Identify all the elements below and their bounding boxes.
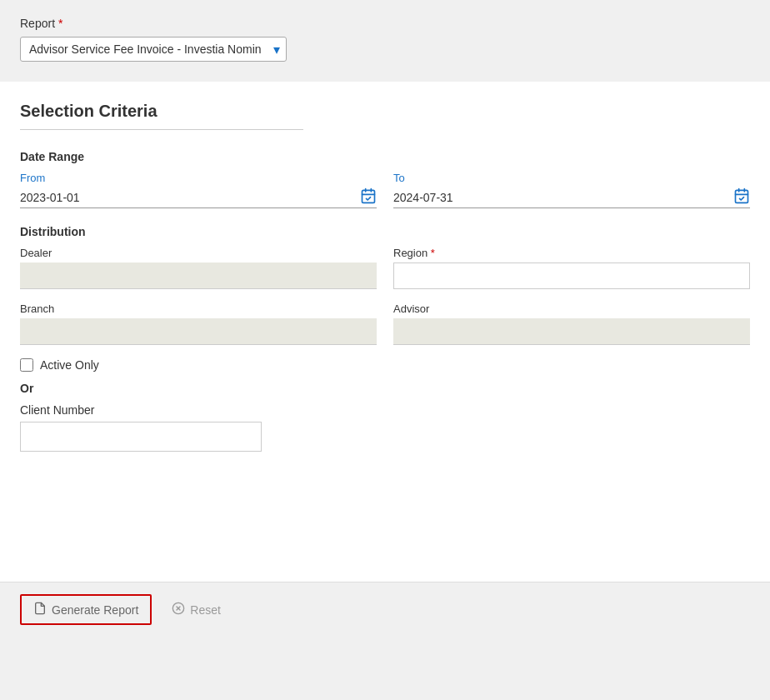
advisor-input[interactable] xyxy=(393,318,750,345)
region-label: Region * xyxy=(393,247,750,259)
svg-rect-0 xyxy=(362,190,375,202)
reset-button[interactable]: Reset xyxy=(168,596,224,623)
region-field-group: Region * xyxy=(393,247,750,289)
title-divider xyxy=(20,129,303,130)
client-number-label: Client Number xyxy=(20,403,750,417)
active-only-label: Active Only xyxy=(40,358,99,372)
advisor-label: Advisor xyxy=(393,302,750,315)
branch-input[interactable] xyxy=(20,318,377,345)
dealer-input[interactable] xyxy=(20,262,377,289)
report-field-label: Report * xyxy=(20,17,750,30)
report-label-text: Report xyxy=(20,17,55,30)
to-field-group: To xyxy=(393,172,750,208)
page-title: Selection Criteria xyxy=(20,102,750,121)
from-label: From xyxy=(20,172,377,184)
report-select-wrapper: Advisor Service Fee Invoice - Investia N… xyxy=(20,37,287,62)
region-required-star: * xyxy=(431,247,435,259)
report-select[interactable]: Advisor Service Fee Invoice - Investia N… xyxy=(20,37,287,62)
generate-report-label: Generate Report xyxy=(52,603,138,617)
circle-x-icon xyxy=(172,602,185,618)
region-label-text: Region xyxy=(393,247,428,259)
reset-label: Reset xyxy=(190,603,221,617)
branch-advisor-row: Branch Advisor xyxy=(20,302,750,345)
dealer-field-group: Dealer xyxy=(20,247,377,289)
document-icon xyxy=(33,602,47,618)
active-only-row: Active Only xyxy=(20,358,750,372)
distribution-label: Distribution xyxy=(20,225,750,238)
svg-rect-4 xyxy=(736,190,748,202)
dealer-region-row: Dealer Region * xyxy=(20,247,750,289)
or-label: Or xyxy=(20,382,750,395)
from-date-input[interactable] xyxy=(20,188,377,208)
active-only-checkbox[interactable] xyxy=(20,358,33,372)
region-input[interactable] xyxy=(393,262,750,289)
top-section: Report * Advisor Service Fee Invoice - I… xyxy=(0,0,770,82)
footer-bar: Generate Report Reset xyxy=(0,582,770,637)
generate-report-button[interactable]: Generate Report xyxy=(20,594,152,625)
to-calendar-icon[interactable] xyxy=(733,188,750,208)
advisor-field-group: Advisor xyxy=(393,302,750,345)
date-range-label: Date Range xyxy=(20,150,750,163)
to-date-input[interactable] xyxy=(393,188,750,208)
to-date-wrapper xyxy=(393,188,750,208)
distribution-section: Distribution Dealer Region * Branch xyxy=(20,225,750,452)
date-range-row: From To xyxy=(20,172,750,208)
report-required-star: * xyxy=(58,17,62,30)
from-date-wrapper xyxy=(20,188,377,208)
client-number-input[interactable] xyxy=(20,422,262,452)
dealer-label: Dealer xyxy=(20,247,377,259)
from-calendar-icon[interactable] xyxy=(360,188,377,208)
branch-label: Branch xyxy=(20,302,377,315)
from-field-group: From xyxy=(20,172,377,208)
branch-field-group: Branch xyxy=(20,302,377,345)
to-label: To xyxy=(393,172,750,184)
main-section: Selection Criteria Date Range From xyxy=(0,82,770,582)
